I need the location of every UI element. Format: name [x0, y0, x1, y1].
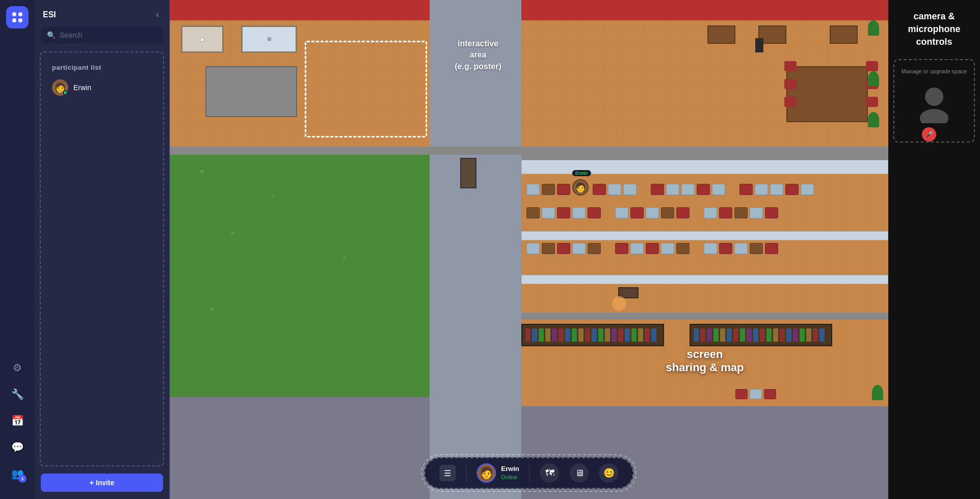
- interactive-area-box: [305, 41, 427, 137]
- plant-bottom: [872, 385, 883, 400]
- bottom-room: screensharing & map: [521, 320, 888, 406]
- h-sep-3: [521, 151, 888, 160]
- settings-button[interactable]: ⚙: [6, 356, 29, 379]
- plant-3: [868, 112, 879, 127]
- chair-left-3: [784, 97, 797, 107]
- meeting-table: [205, 66, 297, 117]
- desk-1: [707, 25, 735, 44]
- chat-icon: 💬: [11, 441, 24, 453]
- tools-button[interactable]: 🔧: [6, 383, 29, 405]
- mic-button[interactable]: 🎤: [922, 127, 936, 142]
- people-badge: 1: [18, 475, 27, 483]
- participant-avatar-wrap: 🧑: [52, 79, 68, 96]
- bottom-user-name: Erwin: [501, 465, 519, 474]
- vertical-corridor: [430, 0, 521, 499]
- search-icon: 🔍: [47, 31, 56, 39]
- gear-icon: ⚙: [13, 362, 22, 374]
- green-area: [170, 155, 430, 397]
- participant-list-container: participant list 🧑 Erwin: [40, 51, 164, 466]
- participant-item[interactable]: 🧑 Erwin: [44, 75, 160, 100]
- chat-button[interactable]: 💬: [6, 436, 29, 458]
- bottom-controls-area: ☰ 🧑 Erwin Online 🗺 🖥 😊: [421, 454, 637, 492]
- map-button[interactable]: 🗺: [540, 463, 560, 483]
- position-marker: [612, 296, 626, 311]
- wall-frame-2: 🖼: [241, 25, 297, 53]
- map-toggle-button[interactable]: ☰: [439, 465, 456, 481]
- screen-sharing-label: screensharing & map: [521, 348, 888, 374]
- search-bar[interactable]: 🔍: [41, 27, 163, 43]
- camera-label: camera &microphonecontrols: [908, 10, 960, 49]
- top-right-red-wall: [521, 0, 888, 20]
- screen-strip-3: [521, 275, 888, 284]
- bottom-chairs: [735, 389, 776, 399]
- game-area[interactable]: 📋 🖼 interactivearea(e.g. poster): [170, 0, 888, 499]
- calendar-icon: 📅: [11, 414, 24, 427]
- bookshelf-1: [521, 324, 664, 346]
- player-label: Erwin: [572, 170, 591, 176]
- right-panel: camera &microphonecontrols Manage or upg…: [888, 0, 980, 499]
- svg-point-1: [18, 12, 22, 16]
- seat-row-2: [526, 207, 778, 218]
- participant-list-title: participant list: [44, 56, 160, 75]
- conference-table: [786, 66, 868, 122]
- manage-space-text: Manage or upgrade space: [899, 68, 969, 74]
- game-map: 📋 🖼 interactivearea(e.g. poster): [170, 0, 888, 499]
- top-right-room: [521, 0, 888, 148]
- panel-header: ESI ‹: [35, 0, 169, 27]
- logo-icon: [10, 10, 24, 24]
- mic-controls: 🎤: [899, 128, 969, 133]
- locker: [460, 158, 476, 188]
- player-avatar: 🧑: [572, 179, 589, 196]
- screen-share-button[interactable]: 🖥: [570, 463, 589, 483]
- logo-button[interactable]: [6, 6, 29, 29]
- chair-right-1: [866, 61, 878, 71]
- participant-panel: ESI ‹ 🔍 participant list 🧑 Erwin + Invit…: [35, 0, 170, 499]
- bottom-bar: ☰ 🧑 Erwin Online 🗺 🖥 😊: [424, 457, 633, 489]
- svg-point-3: [18, 18, 22, 22]
- svg-point-5: [920, 109, 948, 123]
- wrench-icon: 🔧: [11, 388, 24, 400]
- chair-right-3: [866, 97, 878, 107]
- sidebar: ⚙ 🔧 📅 💬 👥 1: [0, 0, 35, 499]
- bookshelf-2: [690, 324, 832, 346]
- svg-point-4: [925, 88, 943, 106]
- emoji-button[interactable]: 😊: [599, 463, 619, 483]
- camera-controls-box: Manage or upgrade space 🎤: [893, 59, 975, 143]
- plant-1: [868, 20, 879, 36]
- svg-point-0: [12, 12, 16, 16]
- wall-frame-1: 📋: [181, 25, 224, 53]
- lamp: [755, 38, 763, 52]
- online-status-indicator: [63, 90, 68, 95]
- svg-point-2: [12, 18, 16, 22]
- schedule-button[interactable]: 📅: [6, 409, 29, 432]
- search-input[interactable]: [60, 31, 157, 39]
- panel-close-button[interactable]: ‹: [154, 7, 161, 22]
- participant-name: Erwin: [73, 84, 91, 92]
- screen-strip-2: [521, 231, 888, 240]
- red-wall: [170, 0, 430, 20]
- user-info-text: Erwin Online: [501, 465, 519, 481]
- chair-left-2: [784, 79, 797, 89]
- seat-row-1: Erwin 🧑: [526, 179, 814, 200]
- bottom-user-info: 🧑 Erwin Online: [476, 463, 519, 483]
- plant-2: [868, 71, 879, 87]
- bottom-user-status: Online: [501, 474, 519, 481]
- bottom-avatar: 🧑: [476, 463, 496, 483]
- invite-button[interactable]: + Invite: [41, 474, 163, 492]
- bottom-bar-dashed: ☰ 🧑 Erwin Online 🗺 🖥 😊: [421, 454, 637, 492]
- camera-avatar-icon: [914, 82, 955, 123]
- chair-left-1: [784, 61, 797, 71]
- panel-title: ESI: [43, 10, 56, 19]
- auditorium: Erwin 🧑: [521, 160, 888, 313]
- interactive-area-label: interactivearea(e.g. poster): [435, 38, 521, 72]
- seat-row-3: [526, 243, 778, 254]
- people-button[interactable]: 👥 1: [6, 462, 29, 485]
- desk-3: [830, 25, 858, 44]
